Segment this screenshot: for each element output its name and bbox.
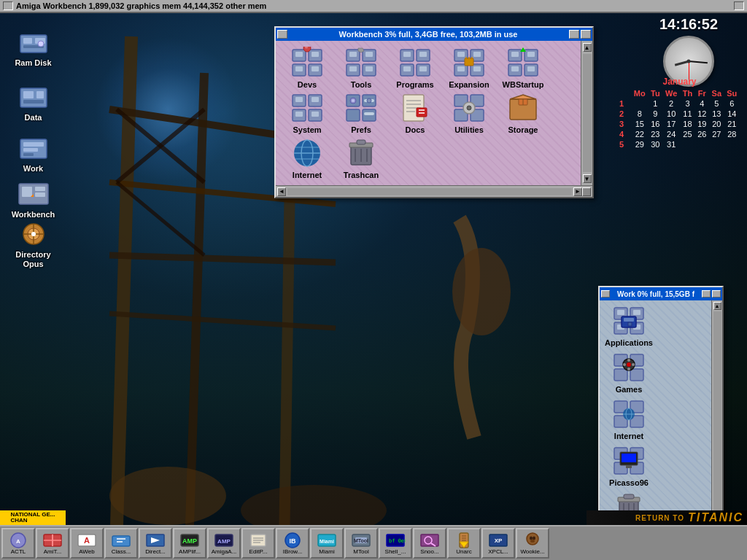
taskbar-direct[interactable]: Direct... [139, 528, 172, 559]
work-window-title: Work 0% full, 15,5GB f [611, 290, 700, 298]
taskbar-miami-label: Miami [319, 549, 334, 556]
svg-rect-83 [295, 97, 303, 102]
svg-rect-76 [527, 52, 535, 57]
desktop-icon-ramdisk[interactable]: Ram Disk [6, 29, 61, 67]
taskbar-amigaamp-label: AmigaA... [212, 549, 237, 556]
scroll-up-arrow[interactable]: ▲ [583, 43, 592, 52]
tools-icon [344, 47, 379, 79]
work-window-titlebar[interactable]: Work 0% full, 15,5GB f [600, 287, 722, 300]
work-minimize-btn[interactable] [702, 290, 711, 298]
taskbar-editpro-label: EditP... [249, 549, 268, 556]
svg-point-10 [109, 467, 226, 525]
wb-resize-corner[interactable] [582, 187, 591, 196]
svg-text:IB: IB [290, 537, 297, 545]
svg-rect-92 [347, 109, 360, 121]
taskbar-classact[interactable]: Class... [104, 528, 138, 559]
wb-icon-prefs[interactable]: Prefs [336, 92, 387, 134]
menubar-close-btn[interactable] [3, 1, 13, 10]
wb-window-titlebar[interactable]: Workbench 3% full, 3,4GB free, 103,2MB i… [276, 28, 592, 41]
svg-point-112 [467, 106, 471, 110]
wb-close-btn[interactable] [277, 30, 287, 39]
scroll-left-arrow[interactable]: ◄ [277, 187, 286, 196]
wb-icon-expansion[interactable]: Expansion [444, 47, 495, 89]
internet-label: Internet [282, 171, 333, 179]
wb-icon-devs[interactable]: Devs [282, 47, 333, 89]
workbench-label: Workbench [6, 210, 61, 219]
taskbar-shell[interactable]: bf 0e> Shell_... [379, 528, 412, 559]
ramdisk-label: Ram Disk [6, 58, 61, 67]
titanic-big-label: TITANIC [688, 511, 743, 524]
svg-rect-38 [311, 52, 319, 57]
taskbar-unarc-label: Unarc [456, 549, 471, 556]
wb-scrollbar-v[interactable]: ▲ ▼ [581, 41, 592, 185]
desktop-icon-directory-opus[interactable]: Directory Opus [6, 221, 61, 269]
taskbar-classact-label: Class... [112, 549, 131, 556]
taskbar-amigaamp[interactable]: AMP AmigaA... [207, 528, 241, 559]
ramdisk-icon [18, 29, 50, 57]
taskbar-xpcl-label: XPCL... [488, 549, 508, 556]
taskbar-unarc[interactable]: Unarc [447, 528, 481, 559]
work-scroll-up[interactable]: ▲ [713, 302, 721, 310]
devs-label: Devs [282, 80, 333, 89]
work-icon-applications[interactable]: Applications [604, 305, 654, 347]
taskbar-mtool[interactable]: MTool MTool [344, 528, 378, 559]
system-label: System [282, 125, 333, 134]
scroll-down-arrow[interactable]: ▼ [583, 174, 592, 183]
scroll-right-arrow[interactable]: ► [573, 187, 582, 196]
wb-icon-system[interactable]: System [282, 92, 333, 134]
svg-text:AMP: AMP [217, 538, 231, 545]
work-scrollbar-v[interactable]: ▲ ▼ [711, 300, 722, 538]
svg-rect-80 [527, 66, 535, 71]
svg-rect-132 [633, 310, 640, 315]
games-label: Games [604, 385, 654, 394]
svg-marker-114 [510, 95, 536, 99]
taskbar-amitcp[interactable]: AmiT... [36, 528, 69, 559]
cal-header-week [619, 88, 631, 98]
titanic-logo: RETURN TO TITANIC [587, 510, 747, 525]
work-icon-picasso96[interactable]: Picasso96 [604, 445, 654, 487]
wb-icon-internet[interactable]: Internet [282, 137, 333, 179]
taskbar-actl[interactable]: A ACTL [1, 528, 35, 559]
svg-rect-66 [457, 66, 465, 71]
desktop-icon-data[interactable]: Data [6, 84, 61, 122]
taskbar-xpcl[interactable]: XP XPCL... [481, 528, 515, 559]
wb-icon-storage[interactable]: Storage [498, 92, 549, 134]
svg-rect-104 [417, 108, 427, 117]
taskbar-ibrowse[interactable]: IB IBrow... [276, 528, 309, 559]
wb-icon-programs[interactable]: Programs [390, 47, 441, 89]
menubar: Amiga Workbench 1,899,032 graphics mem 4… [0, 0, 747, 13]
work-icon-internet[interactable]: Internet [604, 398, 654, 440]
menubar-right-btn[interactable] [734, 1, 744, 10]
picasso96-icon [611, 445, 646, 477]
work-maximize-btn[interactable] [712, 290, 721, 298]
taskbar-aweb[interactable]: A AWeb [70, 528, 104, 559]
desktop-icon-workbench[interactable]: Workbench [6, 181, 61, 219]
work-icon [18, 135, 50, 163]
taskbar-wookiechat[interactable]: Wookie... [516, 528, 549, 559]
data-label: Data [6, 113, 61, 122]
svg-point-145 [627, 362, 631, 367]
wb-icon-docs[interactable]: Docs [390, 92, 441, 134]
wb-icon-tools[interactable]: Tools [336, 47, 387, 89]
taskbar-editpro[interactable]: EditP... [241, 528, 275, 559]
svg-rect-199 [421, 534, 438, 546]
calendar-month: January [619, 77, 740, 87]
cal-header-we: We [662, 88, 680, 98]
wb-icon-trashcan[interactable]: Trashcan [336, 137, 387, 179]
desktop-icon-work[interactable]: Work [6, 135, 61, 173]
svg-rect-25 [23, 153, 34, 156]
wb-icon-wbstartup[interactable]: WBStartup [498, 47, 549, 89]
taskbar-amplifi[interactable]: AMP AMPlif... [173, 528, 206, 559]
wbstartup-icon [506, 47, 541, 79]
taskbar-miami[interactable]: Miami Miami [310, 528, 344, 559]
taskbar-aweb-label: AWeb [79, 549, 94, 556]
svg-rect-19 [23, 91, 34, 98]
taskbar-snoop[interactable]: Snoo... [413, 528, 446, 559]
work-close-btn[interactable] [601, 290, 610, 298]
svg-rect-56 [419, 52, 427, 57]
wb-icon-utilities[interactable]: Utilities [444, 92, 495, 134]
work-icon-games[interactable]: Games [604, 351, 654, 394]
wb-minimize-btn[interactable] [569, 30, 579, 39]
cal-header-sa: Sa [709, 88, 724, 98]
wb-maximize-btn[interactable] [581, 30, 591, 39]
